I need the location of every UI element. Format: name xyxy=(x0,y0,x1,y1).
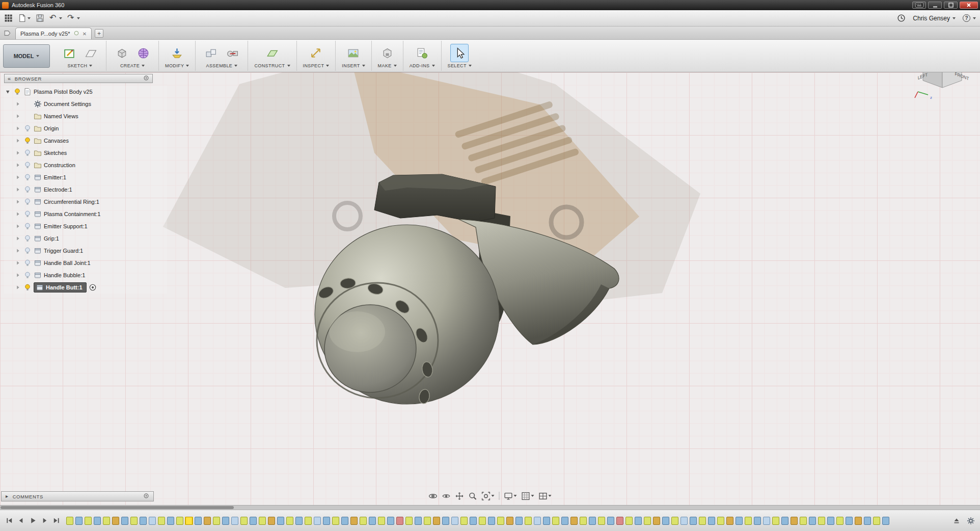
fit-button[interactable] xyxy=(482,491,495,500)
browser-item-emitter-1[interactable]: Emitter:1 xyxy=(4,171,167,183)
browser-item-plasma-pistol-body-v25[interactable]: Plasma Pistol Body v25 xyxy=(4,86,167,98)
expand--icon[interactable] xyxy=(14,174,21,181)
timeline-feature-revolve[interactable] xyxy=(350,517,358,525)
expand-timeline-icon[interactable] xyxy=(951,516,962,526)
expand--icon[interactable] xyxy=(14,198,21,205)
timeline-feature-sketch[interactable] xyxy=(625,517,633,525)
timeline-feature-revolve[interactable] xyxy=(653,517,660,525)
timeline-feature-sketch[interactable] xyxy=(836,517,843,525)
visibility-bulb-icon[interactable] xyxy=(23,210,32,218)
timeline-feature-sketch[interactable] xyxy=(745,517,752,525)
timeline-feature-extrude[interactable] xyxy=(75,517,83,525)
timeline-feature-extrude[interactable] xyxy=(589,517,596,525)
expand--icon[interactable] xyxy=(14,272,21,279)
browser-item-trigger-guard-1[interactable]: Trigger Guard:1 xyxy=(4,245,167,257)
timeline-feature-revolve[interactable] xyxy=(570,517,578,525)
timeline-feature-fillet[interactable] xyxy=(763,517,770,525)
timeline-feature-extrude[interactable] xyxy=(543,517,550,525)
timeline-feature-sketch[interactable] xyxy=(525,517,532,525)
play-button[interactable] xyxy=(28,516,38,526)
timeline-feature-extrude[interactable] xyxy=(250,517,257,525)
timeline-options-gear-icon[interactable] xyxy=(966,516,976,526)
touch-keyboard-button[interactable] xyxy=(912,2,926,9)
pan-button[interactable] xyxy=(455,491,464,500)
timeline-feature-extrude[interactable] xyxy=(121,517,128,525)
app-grid-button[interactable] xyxy=(4,13,13,24)
new-solid-button[interactable] xyxy=(113,44,131,62)
timeline-feature-sketch[interactable] xyxy=(103,517,110,525)
step-forward-button[interactable] xyxy=(39,516,49,526)
timeline-feature-fillet[interactable] xyxy=(314,517,321,525)
expand--icon[interactable] xyxy=(14,137,21,144)
press-pull-button[interactable] xyxy=(168,44,186,62)
timeline-feature-sketch[interactable] xyxy=(85,517,92,525)
timeline-feature-sketch[interactable] xyxy=(405,517,413,525)
job-status-clock-icon[interactable] xyxy=(897,13,906,24)
ribbon-group-label[interactable]: CREATE xyxy=(120,63,145,68)
expand-collapse-icon[interactable] xyxy=(4,88,11,95)
timeline-feature-extrude[interactable] xyxy=(295,517,303,525)
ribbon-group-label[interactable]: SKETCH xyxy=(68,63,93,68)
undo-button[interactable]: ↶ xyxy=(49,13,62,24)
new-component-button[interactable] xyxy=(202,44,220,62)
timeline-feature-extrude[interactable] xyxy=(607,517,614,525)
timeline-feature-sketch[interactable] xyxy=(818,517,825,525)
collapse-panel-icon[interactable]: « xyxy=(8,76,11,82)
visibility-bulb-icon[interactable] xyxy=(23,234,32,243)
timeline-feature-extrude[interactable] xyxy=(323,517,330,525)
timeline-feature-fillet[interactable] xyxy=(680,517,688,525)
timeline-feature-sketch[interactable] xyxy=(580,517,587,525)
save-button[interactable] xyxy=(36,13,44,24)
timeline-feature-revolve[interactable] xyxy=(433,517,440,525)
selected-item-box[interactable]: Handle Butt:1 xyxy=(34,282,87,293)
timeline-feature-extrude[interactable] xyxy=(736,517,743,525)
help-menu-button[interactable]: ? xyxy=(963,14,976,22)
visibility-bulb-icon[interactable] xyxy=(23,149,32,157)
visibility-bulb-icon[interactable] xyxy=(23,271,32,279)
activate-component-radio[interactable] xyxy=(89,283,97,291)
timeline-feature-fillet[interactable] xyxy=(451,517,458,525)
timeline-feature-sketch[interactable] xyxy=(259,517,266,525)
visibility-bulb-icon[interactable] xyxy=(23,137,32,145)
visibility-bulb-icon[interactable] xyxy=(23,173,32,181)
timeline-feature-sketch[interactable] xyxy=(424,517,431,525)
timeline-feature-sketch[interactable] xyxy=(213,517,220,525)
timeline-feature-sketch[interactable] xyxy=(699,517,706,525)
visibility-bulb-icon[interactable] xyxy=(23,222,32,230)
ribbon-group-label[interactable]: CONSTRUCT xyxy=(254,63,290,68)
expand--icon[interactable] xyxy=(14,223,21,230)
timeline-feature-revolve[interactable] xyxy=(204,517,211,525)
timeline-scrollbar-thumb[interactable] xyxy=(1,506,234,509)
document-tab[interactable]: Plasma P...ody v25* ✕ xyxy=(15,28,92,39)
expand--icon[interactable] xyxy=(14,247,21,254)
orbit-button[interactable] xyxy=(429,491,438,500)
timeline-feature-extrude[interactable] xyxy=(369,517,376,525)
timeline-feature-sketch[interactable] xyxy=(332,517,339,525)
ribbon-group-label[interactable]: MAKE xyxy=(378,63,397,68)
maximize-button[interactable] xyxy=(944,2,958,9)
timeline-feature-extrude[interactable] xyxy=(515,517,523,525)
measure-button[interactable] xyxy=(307,44,325,62)
expand-comments-icon[interactable]: ▸ xyxy=(6,494,9,499)
timeline-feature-sketch[interactable] xyxy=(497,517,504,525)
timeline-feature-revolve[interactable] xyxy=(791,517,798,525)
timeline-feature-sketch[interactable] xyxy=(66,517,73,525)
redo-button[interactable]: ↷ xyxy=(67,13,80,24)
new-tab-button[interactable]: + xyxy=(95,29,103,38)
ribbon-group-label[interactable]: INSPECT xyxy=(303,63,330,68)
visibility-bulb-icon[interactable] xyxy=(23,259,32,267)
timeline-feature-revolve[interactable] xyxy=(506,517,513,525)
timeline-feature-extrude[interactable] xyxy=(690,517,697,525)
timeline-feature-extrude[interactable] xyxy=(781,517,788,525)
timeline-feature-sketch[interactable] xyxy=(479,517,486,525)
expand--icon[interactable] xyxy=(14,259,21,267)
timeline-feature-fillet[interactable] xyxy=(534,517,541,525)
visibility-bulb-icon[interactable] xyxy=(23,283,32,291)
timeline-feature-sketch[interactable] xyxy=(305,517,312,525)
timeline-feature-sketch[interactable] xyxy=(360,517,367,525)
insert-image-button[interactable] xyxy=(344,44,363,62)
timeline-feature-extrude[interactable] xyxy=(140,517,147,525)
timeline-feature-sketch[interactable] xyxy=(552,517,559,525)
timeline-feature-extrude[interactable] xyxy=(635,517,642,525)
ribbon-group-label[interactable]: ADD-INS xyxy=(410,63,435,68)
